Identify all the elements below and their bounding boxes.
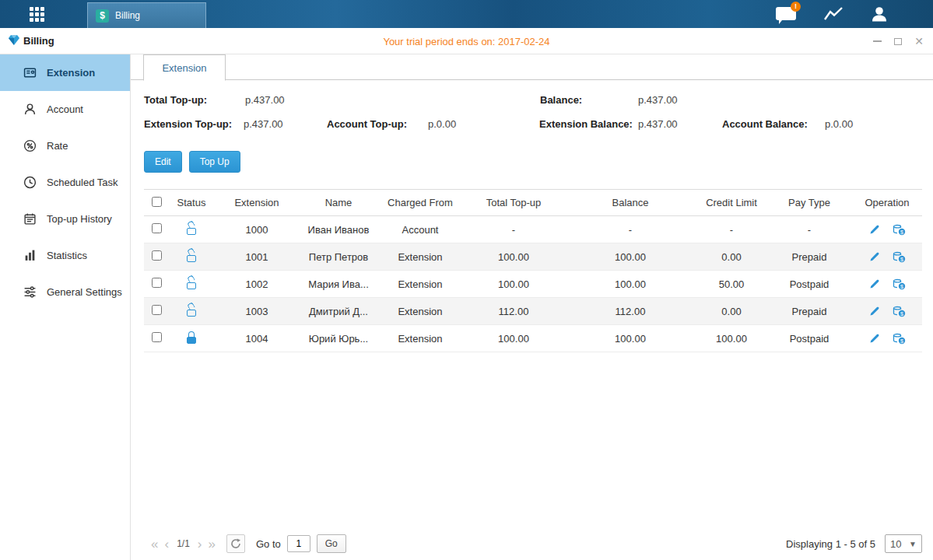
sidebar-item-label: Account bbox=[47, 103, 83, 115]
user-icon[interactable] bbox=[869, 4, 889, 27]
extension-topup-value: p.437.00 bbox=[244, 118, 283, 130]
table-row: 1001 Петр Петров Extension 100.00 100.00… bbox=[144, 243, 922, 271]
sidebar: Extension Account Rate Scheduled Task To… bbox=[0, 54, 131, 560]
apps-grid-icon[interactable] bbox=[30, 7, 44, 22]
sidebar-item-rate[interactable]: Rate bbox=[0, 128, 130, 164]
prev-page-button[interactable]: ‹ bbox=[161, 537, 172, 551]
edit-row-icon[interactable] bbox=[869, 333, 880, 344]
svg-text:$: $ bbox=[900, 338, 903, 343]
header-pay-type: Pay Type bbox=[766, 190, 852, 216]
svg-text:$: $ bbox=[900, 256, 903, 261]
cell-total-topup: - bbox=[463, 216, 564, 243]
extensions-table: Status Extension Name Charged From Total… bbox=[144, 189, 922, 352]
header-status: Status bbox=[169, 190, 214, 216]
account-topup-value: p.0.00 bbox=[428, 118, 456, 130]
topbar: $ Billing ! bbox=[0, 0, 933, 28]
header-credit-limit: Credit Limit bbox=[696, 190, 766, 216]
top-up-row-icon[interactable]: $ bbox=[893, 306, 906, 317]
minimize-icon[interactable] bbox=[873, 40, 882, 42]
sidebar-item-account[interactable]: Account bbox=[0, 91, 130, 128]
close-icon[interactable]: ✕ bbox=[914, 36, 924, 47]
cell-balance: 100.00 bbox=[564, 243, 696, 271]
goto-page-input[interactable] bbox=[287, 535, 310, 552]
tab-bar bbox=[131, 54, 933, 80]
chat-icon[interactable]: ! bbox=[776, 6, 798, 23]
last-page-button[interactable]: » bbox=[205, 537, 219, 551]
balance-label: Balance: bbox=[540, 94, 582, 106]
top-up-row-icon[interactable]: $ bbox=[893, 278, 906, 290]
next-page-button[interactable]: › bbox=[195, 537, 205, 551]
top-up-row-icon[interactable]: $ bbox=[893, 251, 906, 263]
cell-total-topup: 100.00 bbox=[463, 243, 564, 271]
extension-balance-label: Extension Balance: bbox=[539, 118, 633, 130]
billing-app-tab[interactable]: $ Billing bbox=[87, 2, 206, 28]
sidebar-item-label: Top-up History bbox=[47, 213, 112, 225]
cell-pay-type: Postpaid bbox=[766, 271, 852, 298]
sidebar-item-label: Statistics bbox=[47, 250, 87, 261]
sidebar-item-scheduled-task[interactable]: Scheduled Task bbox=[0, 164, 130, 201]
row-checkbox[interactable] bbox=[152, 278, 162, 288]
sidebar-item-general-settings[interactable]: General Settings bbox=[0, 274, 130, 310]
cell-extension: 1001 bbox=[214, 243, 300, 271]
sidebar-item-statistics[interactable]: Statistics bbox=[0, 237, 130, 274]
row-checkbox[interactable] bbox=[152, 332, 162, 342]
sliders-icon bbox=[23, 285, 37, 299]
displaying-text: Displaying 1 - 5 of 5 bbox=[786, 538, 875, 550]
page-indicator: 1/1 bbox=[177, 538, 190, 549]
header-operation: Operation bbox=[852, 190, 922, 216]
cell-extension: 1004 bbox=[214, 325, 300, 352]
cell-charged-from: Account bbox=[377, 216, 463, 243]
table-row: 1003 Дмитрий Д... Extension 112.00 112.0… bbox=[144, 298, 922, 325]
svg-text:$: $ bbox=[900, 229, 903, 234]
balance-value: p.437.00 bbox=[638, 94, 678, 106]
top-up-row-icon[interactable]: $ bbox=[893, 333, 906, 345]
edit-row-icon[interactable] bbox=[869, 224, 880, 235]
account-balance-value: p.0.00 bbox=[825, 118, 853, 130]
select-all-checkbox[interactable] bbox=[152, 197, 162, 207]
table-row: 1004 Юрий Юрь... Extension 100.00 100.00… bbox=[144, 325, 922, 352]
cell-pay-type: Postpaid bbox=[766, 325, 852, 352]
lock-status-icon[interactable] bbox=[187, 255, 196, 262]
dollar-icon: $ bbox=[96, 9, 109, 23]
cell-balance: - bbox=[564, 216, 696, 243]
table-row: 1002 Мария Ива... Extension 100.00 100.0… bbox=[144, 271, 922, 298]
row-checkbox[interactable] bbox=[152, 223, 162, 233]
header-balance: Balance bbox=[564, 190, 696, 216]
edit-row-icon[interactable] bbox=[869, 278, 880, 289]
edit-row-icon[interactable] bbox=[869, 251, 880, 262]
edit-row-icon[interactable] bbox=[869, 306, 880, 317]
cell-pay-type: Prepaid bbox=[766, 243, 852, 271]
cell-name: Дмитрий Д... bbox=[300, 298, 377, 325]
cell-pay-type: - bbox=[766, 216, 852, 243]
lock-status-icon[interactable] bbox=[187, 228, 196, 235]
sidebar-item-label: Rate bbox=[47, 140, 68, 152]
refresh-button[interactable] bbox=[226, 534, 245, 553]
cell-name: Юрий Юрь... bbox=[300, 325, 377, 352]
clock-icon bbox=[23, 176, 37, 189]
extension-icon bbox=[23, 66, 37, 79]
titlebar: Billing Your trial period ends on: 2017-… bbox=[0, 28, 933, 54]
total-topup-label: Total Top-up: bbox=[144, 94, 207, 106]
cell-balance: 112.00 bbox=[564, 298, 696, 325]
edit-button[interactable]: Edit bbox=[144, 151, 182, 173]
cell-balance: 100.00 bbox=[564, 271, 696, 298]
row-checkbox[interactable] bbox=[152, 250, 162, 261]
cell-balance: 100.00 bbox=[564, 325, 696, 352]
go-button[interactable]: Go bbox=[317, 534, 346, 553]
cell-credit-limit: 0.00 bbox=[696, 298, 766, 325]
page-size-select[interactable]: 10 ▼ bbox=[885, 534, 922, 553]
lock-status-icon[interactable] bbox=[187, 337, 196, 344]
row-checkbox[interactable] bbox=[152, 305, 162, 315]
sidebar-item-label: Scheduled Task bbox=[47, 177, 118, 188]
top-up-row-icon[interactable]: $ bbox=[893, 224, 906, 236]
tab-extension[interactable]: Extension bbox=[143, 54, 226, 81]
cell-name: Иван Иванов bbox=[300, 216, 377, 243]
sidebar-item-topup-history[interactable]: Top-up History bbox=[0, 201, 130, 237]
sidebar-item-extension[interactable]: Extension bbox=[0, 54, 130, 91]
chart-icon[interactable] bbox=[823, 5, 844, 26]
first-page-button[interactable]: « bbox=[148, 537, 161, 551]
top-up-button[interactable]: Top Up bbox=[189, 151, 240, 173]
lock-status-icon[interactable] bbox=[187, 310, 196, 317]
lock-status-icon[interactable] bbox=[187, 282, 196, 289]
maximize-icon[interactable] bbox=[894, 38, 902, 45]
